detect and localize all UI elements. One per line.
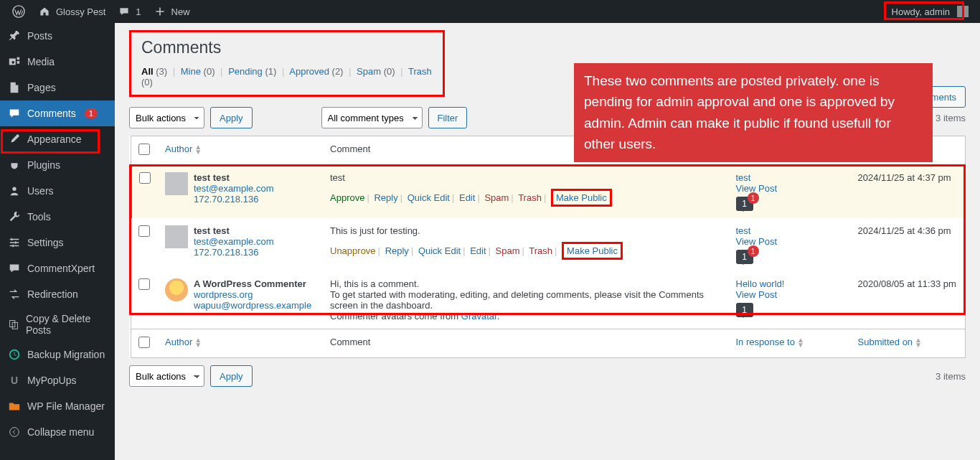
make-public-link[interactable]: Make Public <box>556 192 607 203</box>
comment-content: Hi, this is a comment. To get started wi… <box>330 278 722 321</box>
menu-label: Collapse menu <box>27 426 94 438</box>
menu-redirection[interactable]: Redirection <box>0 281 115 307</box>
row-checkbox[interactable] <box>138 278 150 290</box>
sort-icon: ▲▼ <box>797 337 804 347</box>
menu-label: Media <box>27 56 55 67</box>
reply-link[interactable]: Reply <box>374 192 397 203</box>
row-checkbox[interactable] <box>138 225 150 237</box>
svg-point-5 <box>10 428 19 437</box>
menu-pages[interactable]: Pages <box>0 75 115 100</box>
edit-link[interactable]: Edit <box>459 192 475 203</box>
response-title[interactable]: Hello world! <box>736 278 785 289</box>
comments-notif[interactable]: 1 <box>111 0 146 23</box>
sort-author[interactable]: Author ▲▼ <box>165 144 202 154</box>
author-email[interactable]: test@example.com <box>194 183 273 194</box>
author-url[interactable]: wordpress.org <box>194 289 253 300</box>
menu-appearance[interactable]: Appearance <box>0 126 115 152</box>
menu-mypopups[interactable]: UMyPopUps <box>0 367 115 393</box>
menu-label: Comments <box>27 108 76 119</box>
view-post-link[interactable]: View Post <box>736 289 778 300</box>
sort-response[interactable]: In response to ▲▼ <box>736 337 804 347</box>
comment-content: This is just for testing. <box>330 225 722 236</box>
quick-edit-link[interactable]: Quick Edit <box>418 245 461 256</box>
annotation-callout: These two comments are posted privately.… <box>574 63 933 162</box>
menu-comments[interactable]: Comments1 <box>0 100 115 126</box>
response-title[interactable]: test <box>736 172 751 183</box>
menu-settings[interactable]: Settings <box>0 230 115 255</box>
menu-plugins[interactable]: Plugins <box>0 152 115 178</box>
select-all-checkbox[interactable] <box>138 337 150 348</box>
copy-icon <box>7 317 20 332</box>
trash-link[interactable]: Trash <box>518 192 542 203</box>
howdy-text: Howdy, admin <box>892 6 950 17</box>
make-public-link[interactable]: Make Public <box>567 245 618 256</box>
author-email[interactable]: test@example.com <box>194 236 273 247</box>
sort-author[interactable]: Author ▲▼ <box>165 337 202 347</box>
filter-pending[interactable]: Pending <box>228 66 263 77</box>
menu-tools[interactable]: Tools <box>0 204 115 230</box>
apply-button[interactable]: Apply <box>210 107 253 128</box>
menu-label: Pages <box>27 82 56 93</box>
approve-link[interactable]: Approve <box>330 192 364 203</box>
response-title[interactable]: test <box>736 225 751 236</box>
apply-button[interactable]: Apply <box>210 365 253 387</box>
spam-link[interactable]: Spam <box>484 192 509 203</box>
menu-label: Appearance <box>27 133 82 145</box>
author-ip[interactable]: 172.70.218.136 <box>194 247 258 258</box>
comment-type-select[interactable]: All comment types <box>321 107 423 128</box>
author-email[interactable]: wapuu@wordpress.example <box>194 300 311 311</box>
items-count: 3 items <box>936 371 966 382</box>
quick-edit-link[interactable]: Quick Edit <box>407 192 450 203</box>
menu-label: CommentXpert <box>27 263 95 274</box>
comment-count-bubble[interactable]: 1 <box>736 303 753 317</box>
redirect-icon <box>7 287 22 301</box>
submitted-date: 2024/11/25 at 4:37 pm <box>851 165 966 219</box>
items-count: 3 items <box>936 113 966 123</box>
filter-mine[interactable]: Mine <box>181 66 201 77</box>
comment-count-bubble[interactable]: 11 <box>736 250 753 264</box>
pending-badge: 1 <box>748 192 759 204</box>
menu-file-manager[interactable]: WP File Manager <box>0 393 115 419</box>
filter-button[interactable]: Filter <box>428 107 468 128</box>
avatar-icon <box>957 6 969 17</box>
menu-users[interactable]: Users <box>0 178 115 204</box>
menu-copy-delete[interactable]: Copy & Delete Posts <box>0 307 115 342</box>
gravatar-link[interactable]: Gravatar <box>461 311 497 321</box>
backup-icon <box>7 347 22 362</box>
account-menu[interactable]: Howdy, admin <box>886 6 974 17</box>
trash-link[interactable]: Trash <box>529 245 552 256</box>
submitted-date: 2020/08/05 at 11:33 pm <box>851 271 966 329</box>
filter-spam[interactable]: Spam <box>357 66 381 77</box>
bulk-action-select[interactable]: Bulk actions <box>129 107 204 128</box>
author-ip[interactable]: 172.70.218.136 <box>194 194 258 205</box>
select-all-checkbox[interactable] <box>138 144 150 155</box>
row-checkbox[interactable] <box>139 172 151 184</box>
menu-label: Copy & Delete Posts <box>26 313 108 336</box>
spam-link[interactable]: Spam <box>496 245 520 256</box>
view-post-link[interactable]: View Post <box>736 183 778 194</box>
unapprove-link[interactable]: Unapprove <box>330 245 376 256</box>
filter-all[interactable]: All <box>141 66 154 77</box>
filter-approved[interactable]: Approved <box>289 66 329 77</box>
reply-link[interactable]: Reply <box>385 245 409 256</box>
sort-icon: ▲▼ <box>194 144 202 154</box>
comment-icon <box>7 106 22 121</box>
menu-label: MyPopUps <box>27 375 76 386</box>
menu-posts[interactable]: Posts <box>0 23 115 49</box>
view-post-link[interactable]: View Post <box>736 236 778 247</box>
sort-date[interactable]: Submitted on ▲▼ <box>858 337 923 347</box>
plus-icon <box>153 4 167 19</box>
menu-commentxpert[interactable]: CommentXpert <box>0 255 115 281</box>
menu-media[interactable]: Media <box>0 49 115 75</box>
collapse-menu[interactable]: Collapse menu <box>0 419 115 445</box>
main-content: Comments All (3) | Mine (0) | Pending (1… <box>115 23 980 460</box>
filter-trash[interactable]: Trash <box>408 66 432 77</box>
site-name[interactable]: Glossy Pest <box>32 0 111 23</box>
edit-link[interactable]: Edit <box>470 245 486 256</box>
page-title: Comments <box>141 38 433 57</box>
menu-backup[interactable]: Backup Migration <box>0 342 115 367</box>
comment-count-bubble[interactable]: 11 <box>736 197 753 211</box>
wp-logo[interactable] <box>6 0 32 23</box>
new-content[interactable]: New <box>147 0 196 23</box>
bulk-action-select[interactable]: Bulk actions <box>129 365 204 387</box>
